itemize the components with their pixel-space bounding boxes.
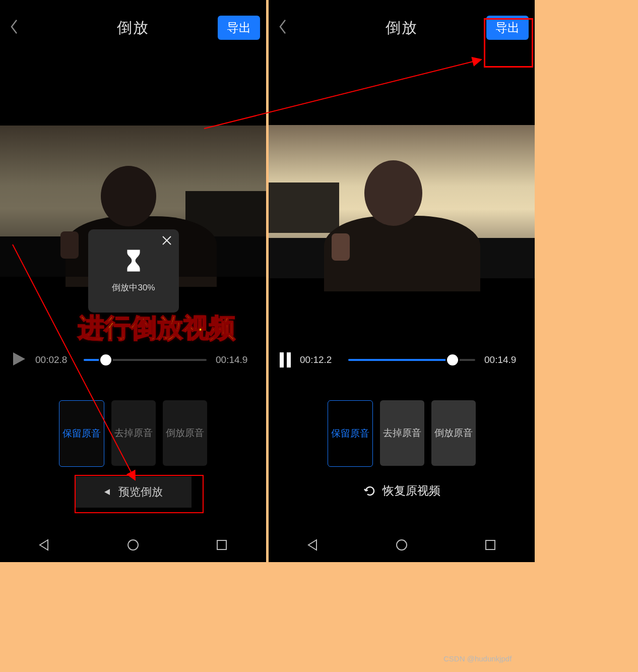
- svg-rect-3: [217, 540, 226, 549]
- hourglass-icon: [124, 249, 143, 275]
- pause-icon: [280, 352, 284, 368]
- header: 倒放 导出: [0, 0, 266, 55]
- back-button[interactable]: [278, 18, 288, 38]
- page-title: 倒放: [117, 18, 149, 38]
- current-time: 00:12.2: [300, 354, 339, 365]
- header: 倒放 导出: [269, 0, 535, 55]
- progress-modal: 倒放中30%: [88, 229, 179, 313]
- nav-home-icon[interactable]: [395, 538, 408, 552]
- android-navbar: [0, 528, 266, 562]
- back-button[interactable]: [9, 18, 19, 38]
- restore-original-button[interactable]: 恢复原视频: [269, 483, 535, 499]
- audio-option-reverse[interactable]: 倒放原音: [431, 400, 476, 466]
- nav-recent-icon[interactable]: [215, 538, 228, 552]
- audio-option-reverse[interactable]: 倒放原音: [163, 400, 207, 466]
- audio-options: 保留原音 去掉原音 倒放原音: [269, 400, 535, 467]
- pause-button[interactable]: [280, 352, 291, 368]
- seek-thumb[interactable]: [99, 353, 113, 367]
- export-button[interactable]: 导出: [486, 16, 529, 40]
- nav-back-icon[interactable]: [38, 538, 51, 552]
- export-button[interactable]: 导出: [218, 16, 260, 40]
- chevron-left-icon: [9, 18, 19, 36]
- screenshot-right: 倒放 导出 00:12.2 00:14.9 保留原音 去掉原音 倒放原音 恢复原…: [269, 0, 535, 562]
- playback-bar: 00:12.2 00:14.9: [269, 348, 535, 372]
- nav-recent-icon[interactable]: [484, 538, 497, 552]
- progress-text: 倒放中30%: [112, 282, 155, 293]
- play-button[interactable]: [11, 351, 26, 369]
- audio-option-keep[interactable]: 保留原音: [328, 400, 373, 467]
- undo-icon: [363, 484, 376, 498]
- preview-reverse-label: 预览倒放: [118, 484, 163, 500]
- audio-option-keep[interactable]: 保留原音: [59, 400, 104, 467]
- seek-track[interactable]: [348, 359, 475, 361]
- triangle-left-icon: [103, 488, 111, 496]
- page-title: 倒放: [386, 18, 418, 38]
- current-time: 00:02.8: [35, 354, 75, 365]
- close-icon: [161, 234, 173, 247]
- watermark: CSDN @hudunkjpdf: [443, 654, 512, 663]
- annotation-text: 进行倒放视频: [78, 311, 235, 346]
- android-navbar: [269, 528, 535, 562]
- seek-thumb[interactable]: [445, 353, 460, 367]
- preview-reverse-button[interactable]: 预览倒放: [75, 476, 192, 508]
- restore-label: 恢复原视频: [382, 483, 440, 499]
- video-preview: [269, 125, 535, 278]
- screenshot-left: 倒放 导出 倒放中30% 进行倒放视频 00:02.8 00:14.9: [0, 0, 266, 562]
- total-time: 00:14.9: [484, 354, 524, 365]
- close-button[interactable]: [161, 234, 173, 249]
- nav-home-icon[interactable]: [126, 538, 140, 552]
- svg-point-2: [128, 540, 138, 550]
- audio-option-remove[interactable]: 去掉原音: [380, 400, 424, 466]
- nav-back-icon[interactable]: [306, 538, 320, 552]
- audio-option-remove[interactable]: 去掉原音: [111, 400, 156, 466]
- seek-track[interactable]: [84, 359, 207, 361]
- play-icon: [11, 351, 26, 366]
- playback-bar: 00:02.8 00:14.9: [0, 348, 266, 372]
- total-time: 00:14.9: [216, 354, 255, 365]
- svg-rect-5: [486, 540, 495, 549]
- audio-options: 保留原音 去掉原音 倒放原音: [0, 400, 266, 467]
- chevron-left-icon: [278, 18, 288, 36]
- svg-point-4: [397, 540, 407, 550]
